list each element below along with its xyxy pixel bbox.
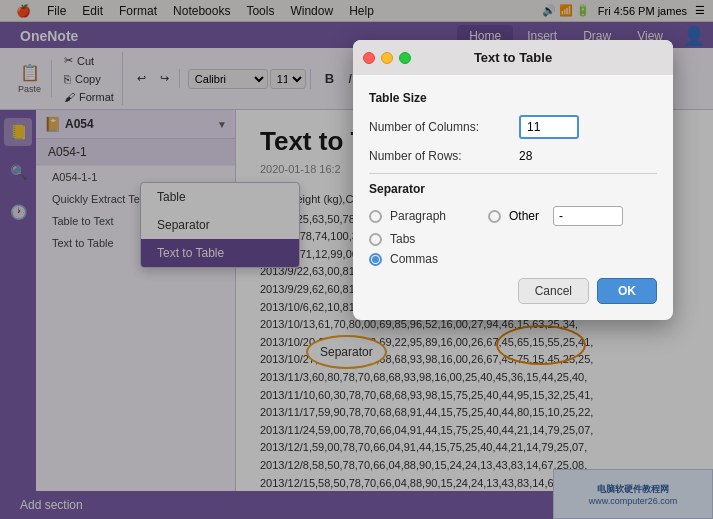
- text-to-table-dialog: Text to Table Table Size Number of Colum…: [353, 40, 673, 320]
- maximize-button[interactable]: [399, 52, 411, 64]
- separator-section-title: Separator: [369, 182, 657, 196]
- radio-commas[interactable]: [369, 253, 382, 266]
- modal-buttons: Cancel OK: [369, 278, 657, 304]
- columns-label: Number of Columns:: [369, 120, 519, 134]
- radio-paragraph[interactable]: [369, 210, 382, 223]
- radio-row-3: Commas: [369, 252, 657, 266]
- cancel-button[interactable]: Cancel: [518, 278, 589, 304]
- close-button[interactable]: [363, 52, 375, 64]
- modal-overlay: Text to Table Table Size Number of Colum…: [0, 0, 713, 519]
- rows-value: 28: [519, 149, 532, 163]
- modal-title: Text to Table: [474, 50, 552, 65]
- rows-label: Number of Rows:: [369, 149, 519, 163]
- radio-tabs[interactable]: [369, 233, 382, 246]
- separator-line: [369, 173, 657, 174]
- radio-other-label: Other: [509, 209, 539, 223]
- modal-body: Table Size Number of Columns: Number of …: [353, 75, 673, 320]
- separator-radio-group: Paragraph Other Tabs Commas: [369, 206, 657, 266]
- radio-other[interactable]: [488, 210, 501, 223]
- ok-button[interactable]: OK: [597, 278, 657, 304]
- columns-row: Number of Columns:: [369, 115, 657, 139]
- other-input[interactable]: [553, 206, 623, 226]
- radio-row-2: Tabs: [369, 232, 657, 246]
- modal-titlebar: Text to Table: [353, 40, 673, 75]
- radio-row-1: Paragraph Other: [369, 206, 657, 226]
- radio-tabs-label: Tabs: [390, 232, 480, 246]
- radio-commas-label: Commas: [390, 252, 480, 266]
- radio-paragraph-label: Paragraph: [390, 209, 480, 223]
- table-size-title: Table Size: [369, 91, 657, 105]
- columns-input[interactable]: [519, 115, 579, 139]
- minimize-button[interactable]: [381, 52, 393, 64]
- traffic-lights: [363, 52, 411, 64]
- rows-row: Number of Rows: 28: [369, 149, 657, 163]
